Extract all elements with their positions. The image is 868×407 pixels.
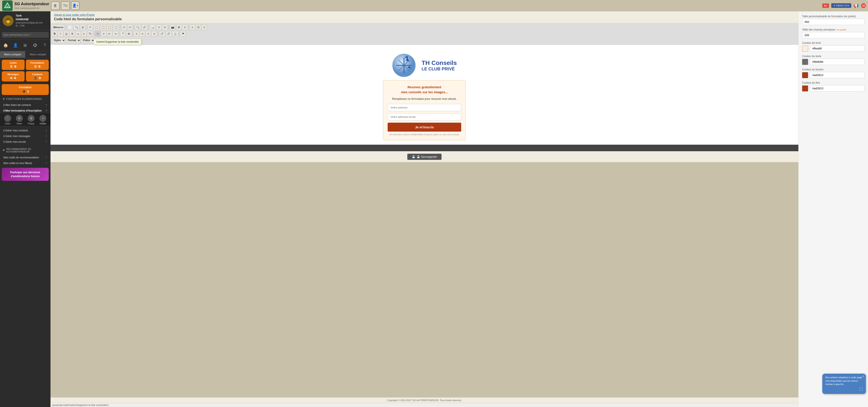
preview-btn[interactable]: 🔍 [73, 24, 80, 30]
sub-action-creer[interactable]: ➕ Créer [4, 115, 11, 125]
flag-btn[interactable]: ⚑ [180, 31, 186, 37]
menu-toggle: Menu compact Menu complet [0, 51, 51, 58]
search-input[interactable] [2, 32, 49, 38]
special-char-btn[interactable]: Ω [196, 24, 201, 30]
outdent-btn[interactable]: ⇤ [107, 31, 112, 37]
status-bar: javascript:void('Insérer/Supprimer la li… [51, 403, 798, 407]
list-btn[interactable]: ≡ [156, 24, 162, 30]
unlink-btn[interactable]: 🔗 [165, 31, 172, 37]
rp-title-color-input[interactable] [810, 85, 865, 91]
home-icon-btn[interactable]: 🏠 [2, 41, 9, 49]
user-icon-btn[interactable]: 👤 [11, 41, 19, 49]
help-icon-btn[interactable]: ? [41, 41, 49, 49]
unordered-list-btn[interactable]: ≡ [101, 31, 106, 37]
power-icon-btn[interactable]: ⏻ [31, 41, 39, 49]
preview-email-input[interactable] [388, 113, 461, 120]
chat-bubble: ✕ Des actions adaptées à cette page sont… [822, 374, 866, 394]
sidebar-link-contacts[interactable]: ℹ Gérer mes contacts ↗ [0, 128, 51, 133]
source-button[interactable]: ⊞ Source [52, 24, 65, 30]
anchor-btn[interactable]: ⚓ [172, 31, 178, 37]
align-left-btn[interactable]: ≡ [134, 31, 139, 37]
menu-compact-btn[interactable]: Menu compact [0, 51, 25, 58]
rp-btn-color-input[interactable] [810, 72, 865, 78]
help-button[interactable]: ?⊙ [61, 1, 70, 10]
italic-btn[interactable]: I [58, 31, 63, 37]
cut-btn[interactable]: ✂ [88, 24, 93, 30]
sidebar-box-listes[interactable]: Listes ☰⚙ [2, 60, 25, 70]
sidebar-link-solde[interactable]: Mon solde et mes filleuls ↗ [0, 161, 51, 166]
styles-select[interactable]: Styles [52, 37, 65, 43]
like-button[interactable]: ✔ J'aime 1.0 K [831, 3, 851, 8]
breadcrumb: cliquez ici pour copier votre iFrame [54, 13, 795, 16]
print-btn[interactable]: 🖨 [80, 24, 86, 30]
strike-btn[interactable]: S [69, 31, 75, 37]
special-btn[interactable]: ✰ [162, 24, 167, 30]
taille-select[interactable]: Taille [95, 37, 107, 43]
menu-complet-btn[interactable]: Menu complet [25, 51, 51, 58]
add-user-button[interactable]: 👤+ [71, 1, 80, 10]
editor-bottom-bar [51, 145, 798, 151]
copy-btn[interactable]: 📋 [93, 24, 100, 30]
underline-btn[interactable]: U [64, 31, 69, 37]
breadcrumb-link[interactable]: cliquez ici pour copier votre iFrame [54, 13, 94, 16]
sidebar-formation-box[interactable]: Formation 🎓ℹ [2, 84, 49, 95]
rp-title-color-swatch[interactable] [802, 85, 808, 91]
rp-text-color-swatch[interactable] [802, 59, 808, 65]
preview-submit-btn[interactable]: Je m'inscris [388, 123, 461, 132]
rp-bg-color-input[interactable] [810, 45, 865, 52]
subscript-btn[interactable]: x₂ [75, 31, 81, 37]
preview-prenom-input[interactable] [388, 104, 461, 111]
police-select[interactable]: Police [81, 37, 95, 43]
participer-box[interactable]: Participer aux décisions d'améliorations… [2, 168, 49, 181]
sidebar-box-contacts[interactable]: Contacts 👤⚙ [26, 71, 49, 82]
find-replace-btn[interactable]: 🔗 [141, 24, 148, 30]
tb-sep-10 [132, 31, 133, 36]
align-right-btn[interactable]: ≡ [145, 31, 151, 37]
ordered-list-btn[interactable]: ≡ [95, 31, 100, 37]
rp-text-color-input[interactable] [810, 59, 865, 65]
align-justify-btn[interactable]: ≡ [151, 31, 157, 37]
smiley-btn[interactable]: ☺ [190, 24, 195, 30]
lines-btn[interactable]: ≡ [182, 24, 188, 30]
sidebar-link-outils[interactable]: Mes outils de recommandation ↗ [0, 155, 51, 161]
paste-word-btn[interactable]: 📋 [113, 24, 119, 30]
sidebar-box-formulaires[interactable]: Formulaires ☰⚙ [26, 60, 49, 70]
notification-badge[interactable]: 10 [861, 3, 866, 8]
sidebar-link-listes[interactable]: ℹ Mes listes de contacts ↗ [0, 102, 51, 108]
sidebar-box-messages[interactable]: Messages ✉⚙ [2, 71, 25, 82]
align-center-btn[interactable]: ≡ [140, 31, 145, 37]
bold-btn[interactable]: B [52, 31, 58, 37]
sidebar-link-messages[interactable]: ℹ Gérer mes messages ↗ [0, 133, 51, 139]
sub-action-gerer[interactable]: ⚙ Gérer [16, 115, 23, 125]
save-button[interactable]: 💾 💾 Sauvegarder [407, 154, 442, 160]
rp-bg-color-swatch[interactable] [802, 46, 808, 52]
link-btn[interactable]: 🔗 [159, 31, 165, 37]
superscript-btn[interactable]: x² [81, 31, 87, 37]
paste-text-btn[interactable]: 📋 [106, 24, 113, 30]
table-btn[interactable]: 📊 [150, 24, 156, 30]
sub-action-popup[interactable]: ⊞ Popup [28, 115, 35, 125]
new-doc-btn[interactable]: 📄 [67, 24, 73, 30]
rp-fields-size-input[interactable] [802, 32, 865, 38]
tb-sep-11 [158, 31, 158, 36]
delete-button[interactable]: 🗑 [51, 1, 60, 10]
more-btn[interactable]: ≡ [202, 24, 207, 30]
sub-action-helbar[interactable]: ↗ HelBar [39, 115, 46, 125]
div-btn[interactable]: ⊞ [126, 31, 132, 37]
removeformat-btn[interactable]: Tx [87, 31, 93, 37]
network-icon-btn[interactable]: ⊞ [21, 41, 29, 49]
redo-btn[interactable]: ↪ [127, 24, 133, 30]
indent-btn[interactable]: ⇥ [113, 31, 118, 37]
paste-btn[interactable]: 📋 [100, 24, 106, 30]
blockquote-btn[interactable]: ❝ [120, 31, 126, 37]
undo-btn[interactable]: ↩ [121, 24, 127, 30]
image-btn[interactable]: 📷 [169, 24, 176, 30]
table2-btn[interactable]: ⊞ [176, 24, 182, 30]
format-select[interactable]: Format [66, 37, 81, 43]
chat-close-btn[interactable]: ✕ [862, 375, 865, 378]
find-btn[interactable]: 🔍 [135, 24, 141, 30]
sidebar-link-formulaires[interactable]: ℹ Mes formulaires d'inscription ↗ [0, 108, 51, 114]
rp-btn-color-swatch[interactable] [802, 72, 808, 78]
rp-form-size-input[interactable] [802, 19, 865, 25]
sidebar-link-envois[interactable]: ℹ Gérer mes envois ↗ [0, 139, 51, 145]
